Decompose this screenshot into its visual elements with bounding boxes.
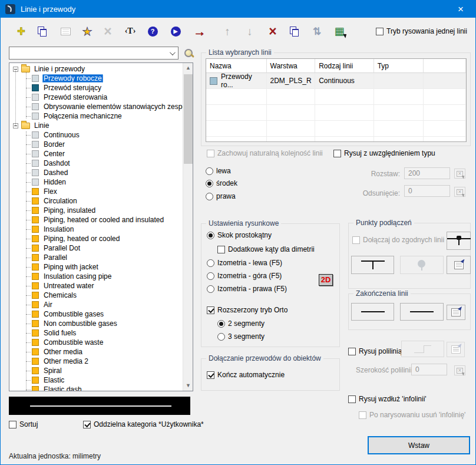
tree-item-label[interactable]: Połączenia mechaniczne (42, 112, 123, 120)
tree-item-label[interactable]: Piping, heated or cooled and insulated (42, 216, 165, 224)
table-header-cell[interactable] (424, 59, 466, 73)
tree-item[interactable]: Untreated water (9, 281, 183, 291)
table-cell[interactable]: Continuous (315, 73, 374, 88)
search-icon[interactable] (183, 48, 195, 60)
single-line-mode-checkbox[interactable]: Tryb rysowania jednej linii (376, 27, 467, 35)
tree-item[interactable]: Insulation casing pipe (9, 272, 183, 281)
tree-item-label[interactable]: Przewód sterowania (42, 93, 108, 101)
tree-item-label[interactable]: Elastic (42, 376, 65, 384)
sort-checkbox[interactable]: Sortuj (9, 420, 38, 428)
iso-top-radio-box[interactable] (207, 272, 214, 280)
auto-finish-checkbox[interactable]: Kończ automatycznie (207, 371, 285, 379)
draw-polyline-checkbox-box[interactable] (348, 348, 356, 355)
tree-item[interactable]: Circulation (9, 196, 183, 206)
tree-folder[interactable]: Linie i przewody (9, 64, 183, 74)
tree-item[interactable]: Piping, heated or cooled (9, 234, 183, 243)
tree-item[interactable]: Insulation (9, 225, 183, 234)
tree-item[interactable]: Non combustible gases (9, 319, 183, 328)
tree-item[interactable]: Elastic dash (9, 385, 183, 391)
scrollbar-thumb[interactable] (184, 74, 193, 164)
tree-item-label[interactable]: Elastic dash (42, 385, 83, 391)
iso-left-radio-box[interactable] (207, 259, 214, 267)
copy-line-button[interactable] (35, 24, 49, 38)
tree-item[interactable]: Border (9, 140, 183, 149)
draw-along-infoline-checkbox-box[interactable] (348, 395, 356, 403)
tree-item-label[interactable]: Chemicals (42, 291, 78, 299)
tree-item[interactable]: Przewód sterujący (9, 83, 183, 93)
add-line-button[interactable]: + (14, 24, 28, 38)
line-category-tree[interactable]: Linie i przewodyPrzewody roboczePrzewód … (9, 62, 193, 391)
table-header-cell[interactable]: Typ (374, 59, 424, 73)
tree-item[interactable]: Chemicals (9, 291, 183, 300)
tree-item-label[interactable]: Przewód sterujący (42, 84, 103, 92)
insert-button[interactable]: Wstaw (368, 436, 470, 454)
tree-item-label[interactable]: Air (42, 301, 54, 309)
iso-top-radio[interactable]: Izometria - góra (F5) (207, 272, 282, 280)
dimetry-angles-checkbox-box[interactable] (217, 246, 225, 253)
tree-item-label[interactable]: Flex (42, 187, 58, 196)
tree-item[interactable]: Parallel (9, 253, 183, 262)
tree-item[interactable]: Spiral (9, 366, 183, 375)
table-header-cell[interactable]: Rodzaj linii (315, 59, 374, 73)
copy-list-button[interactable] (287, 24, 301, 38)
ortho-step-radio[interactable]: Skok prostokątny (207, 231, 272, 239)
tree-item[interactable]: Combustible gases (9, 309, 183, 319)
tee-connection-button[interactable] (351, 256, 394, 274)
tree-item-label[interactable]: Hidden (42, 178, 67, 186)
two-segments-radio-box[interactable] (217, 320, 225, 328)
tree-item-label[interactable]: Border (42, 140, 66, 149)
two-segments-radio[interactable]: 2 segmenty (217, 319, 265, 328)
tree-item[interactable]: Combustible waste (9, 338, 183, 347)
align-left-radio-box[interactable] (206, 167, 213, 175)
align-right-radio[interactable]: prawa (206, 192, 236, 200)
tree-item[interactable]: Przewody robocze (9, 74, 183, 83)
sort-checkbox-box[interactable] (9, 421, 16, 428)
draw-along-infoline-checkbox[interactable]: Rysuj wzdłuż 'infolinii' (348, 395, 427, 403)
tree-item[interactable]: Hidden (9, 177, 183, 187)
help-button[interactable]: ? (146, 24, 160, 38)
tree-item[interactable]: Air (9, 300, 183, 309)
tree-folder[interactable]: Linie (9, 121, 183, 130)
tree-item-label[interactable]: Piping, heated or cooled (42, 235, 121, 243)
tree-item[interactable]: Dashdot (9, 159, 183, 168)
align-center-radio[interactable]: środek (206, 179, 237, 187)
extended-ortho-checkbox-box[interactable] (207, 306, 214, 314)
align-right-radio-box[interactable] (206, 193, 213, 200)
tree-item-label[interactable]: Other media 2 (42, 357, 90, 365)
run-button[interactable]: ▶ (168, 24, 183, 38)
tree-item-label[interactable]: Parallel (42, 253, 68, 262)
tree-item[interactable]: Połączenia mechaniczne (9, 111, 183, 121)
close-icon[interactable]: × (454, 3, 467, 16)
tree-item-label[interactable]: Parallel Dot (42, 244, 81, 252)
tree-item-label[interactable]: Non combustible gases (42, 319, 118, 328)
remove-from-list-button[interactable]: × (266, 24, 280, 38)
tree-item-label[interactable]: Insulation casing pipe (42, 272, 113, 281)
tree-item-label[interactable]: Combustible gases (42, 310, 105, 318)
tap-connection-button[interactable] (447, 232, 471, 250)
single-line-mode-checkbox-box[interactable] (376, 28, 384, 35)
table-cell[interactable] (374, 73, 424, 88)
tree-item[interactable]: Parallel Dot (9, 243, 183, 253)
tree-item-label[interactable]: Combustible waste (42, 338, 104, 347)
tree-item[interactable]: Przewód sterowania (9, 93, 183, 102)
tree-item[interactable]: Other media (9, 347, 183, 357)
extended-ortho-checkbox[interactable]: Rozszerzony tryb Orto (207, 306, 287, 314)
tree-item-label[interactable]: Przewody robocze (42, 74, 103, 83)
iso-right-radio-box[interactable] (207, 285, 214, 293)
tree-item[interactable]: Dashed (9, 168, 183, 177)
align-left-radio[interactable]: lewa (206, 167, 231, 175)
tree-item[interactable]: Solid fuels (9, 328, 183, 338)
table-cell[interactable]: 2DM_PLS_R (267, 73, 316, 88)
separate-category-checkbox-box[interactable] (83, 421, 91, 428)
line-end-ending-button[interactable] (400, 303, 444, 321)
tree-folder-label[interactable]: Linie i przewody (33, 65, 86, 73)
three-segments-radio[interactable]: 3 segmenty (217, 332, 265, 341)
separate-category-checkbox[interactable]: Oddzielna kategoria *Użytkownika* (83, 420, 204, 428)
table-row[interactable]: Przewody ro...2DM_PLS_RContinuous (206, 73, 466, 89)
connection-properties-button[interactable] (447, 256, 471, 274)
tree-scrollbar[interactable]: ▲ ▼ (183, 63, 193, 391)
tree-item-label[interactable]: Spiral (42, 367, 63, 375)
tree-item[interactable]: Obrysowanie elementów stanowiących zespó… (9, 102, 183, 111)
iso-right-radio[interactable]: Izometria - prawa (F5) (207, 285, 287, 293)
tree-item-label[interactable]: Piping, insulated (42, 206, 97, 215)
